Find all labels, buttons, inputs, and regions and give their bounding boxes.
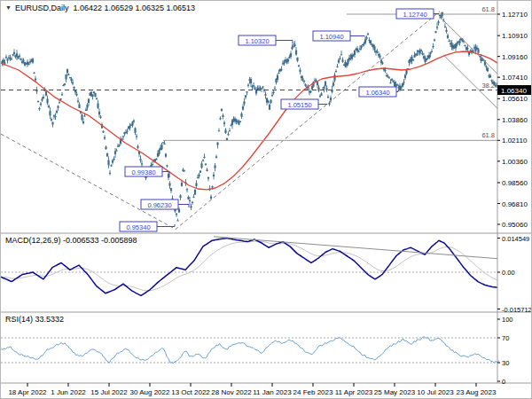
time-tick-label: 23 Aug 2023 (457, 388, 497, 396)
symbol-dropdown-icon[interactable]: ▼ (5, 4, 12, 11)
macd-tick-label: -0.015712 (502, 306, 532, 314)
time-tick-label: 11 Apr 2023 (335, 388, 373, 396)
chart-background (1, 1, 532, 399)
macd-tick-label: 0.00 (502, 269, 515, 277)
time-tick-label: 1 Jun 2022 (51, 388, 86, 396)
trading-chart-window: 61.838.261.81.127401.109401.103201.06340… (0, 0, 532, 399)
price-tick-label: 1.07410 (502, 74, 528, 82)
fib-level-label: 38.2 (481, 82, 495, 90)
fib-level-label: 61.8 (481, 131, 495, 139)
rsi-indicator-label: RSI(14) 33.5332 (5, 315, 64, 325)
price-tick-label: 1.12710 (502, 11, 528, 19)
price-tick-label: 1.02110 (502, 137, 528, 145)
price-annotation-text: 1.10320 (245, 37, 269, 45)
price-annotation-text: 1.06340 (365, 89, 389, 97)
rsi-tick-label: 70 (502, 334, 509, 342)
rsi-tick-label: 0 (502, 378, 505, 386)
time-tick-label: 30 Aug 2022 (130, 388, 170, 396)
time-tick-label: 15 Jul 2022 (90, 388, 128, 396)
chart-canvas[interactable]: 61.838.261.81.127401.109401.103201.06340… (1, 1, 532, 399)
ohlc-values: 1.06422 1.06529 1.06325 1.06513 (73, 4, 195, 12)
time-tick-label: 13 Oct 2022 (171, 388, 210, 396)
annotation-leader (350, 36, 364, 37)
rsi-tick-label: 30 (502, 359, 509, 367)
annotation-leader (434, 14, 439, 15)
price-annotation-text: 1.10940 (319, 33, 343, 41)
time-tick-label: 10 Jul 2023 (417, 388, 454, 396)
price-tick-label: 1.00360 (502, 158, 528, 166)
annotation-leader (318, 104, 327, 105)
price-tick-label: 0.96810 (502, 200, 528, 208)
price-tick-label: 1.05610 (502, 95, 528, 103)
price-annotation-text: 1.05150 (287, 101, 311, 109)
price-tick-label: 1.09160 (502, 53, 528, 61)
price-tick-label: 1.10910 (502, 32, 528, 40)
price-tick-label: 0.95060 (502, 221, 528, 229)
time-tick-label: 25 May 2023 (374, 388, 416, 396)
price-annotation-text: 1.12740 (403, 11, 426, 19)
rsi-tick-label: 100 (502, 316, 513, 324)
price-annotation-text: 0.99380 (131, 168, 155, 176)
chart-title: ▼EURUSD,Daily 1.06422 1.06529 1.06325 1.… (5, 3, 195, 13)
macd-indicator-label: MACD(12,26,9) -0.006533 -0.005898 (5, 236, 137, 246)
price-annotation-text: 0.95340 (126, 223, 150, 231)
time-tick-label: 28 Nov 2022 (211, 388, 252, 396)
time-tick-label: 24 Feb 2023 (293, 388, 333, 396)
time-tick-label: 11 Jan 2023 (253, 388, 292, 396)
macd-tick-label: 0.014549 (502, 235, 529, 243)
fib-level-label: 61.8 (481, 5, 495, 13)
price-annotation-text: 0.96230 (147, 201, 171, 209)
current-price-value: 1.06340 (501, 87, 527, 95)
symbol-timeframe-label: EURUSD,Daily (15, 4, 69, 12)
price-tick-label: 0.98560 (502, 179, 528, 187)
price-tick-label: 1.03860 (502, 116, 528, 124)
time-tick-label: 18 Apr 2022 (8, 388, 47, 396)
